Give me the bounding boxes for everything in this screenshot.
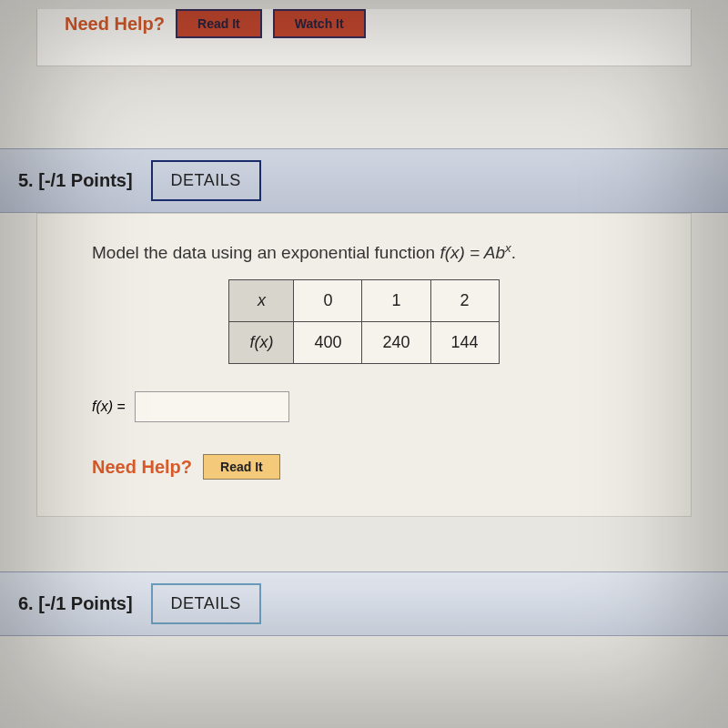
watch-it-button[interactable]: Watch It [273, 9, 366, 38]
table-header-x: x [229, 280, 294, 322]
need-help-row: Need Help? Read It Watch It [65, 9, 663, 38]
question-number: 6. [-/1 Points] [18, 593, 133, 614]
details-button[interactable]: DETAILS [151, 583, 261, 624]
table-row: x 0 1 2 [229, 280, 499, 322]
need-help-label: Need Help? [92, 457, 192, 478]
answer-row: f(x) = [92, 391, 636, 422]
table-row: f(x) 400 240 144 [229, 322, 499, 364]
table-cell: 144 [430, 322, 499, 364]
table-cell: 400 [294, 322, 362, 364]
table-cell: 0 [294, 280, 362, 322]
problem-statement: Model the data using an exponential func… [92, 241, 636, 263]
table-header-fx: f(x) [229, 322, 294, 364]
details-button[interactable]: DETAILS [151, 160, 261, 201]
question-6-header: 6. [-/1 Points] DETAILS [0, 571, 728, 636]
question-5-body: Model the data using an exponential func… [36, 213, 692, 517]
read-it-button[interactable]: Read It [203, 454, 280, 480]
question-4-partial: Need Help? Read It Watch It [36, 9, 692, 66]
read-it-button[interactable]: Read It [176, 9, 262, 38]
table-cell: 2 [430, 280, 499, 322]
answer-input[interactable] [135, 391, 289, 422]
data-table: x 0 1 2 f(x) 400 240 144 [228, 279, 499, 364]
need-help-row: Need Help? Read It [92, 454, 636, 480]
table-cell: 240 [362, 322, 430, 364]
table-cell: 1 [362, 280, 430, 322]
question-5-header: 5. [-/1 Points] DETAILS [0, 148, 728, 213]
question-number: 5. [-/1 Points] [18, 170, 133, 191]
need-help-label: Need Help? [65, 14, 165, 35]
answer-label: f(x) = [92, 399, 126, 415]
